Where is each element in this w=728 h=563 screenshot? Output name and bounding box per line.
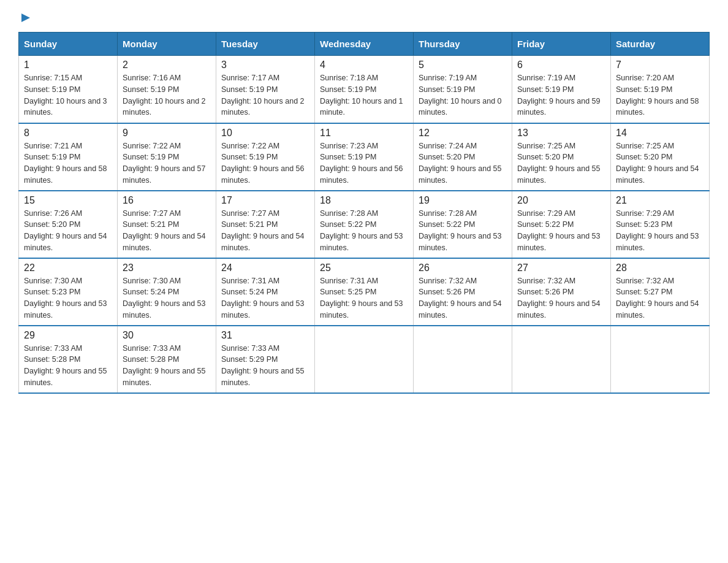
day-info: Sunrise: 7:17 AMSunset: 5:19 PMDaylight:… (221, 72, 309, 118)
day-info: Sunrise: 7:21 AMSunset: 5:19 PMDaylight:… (24, 140, 112, 186)
calendar-day-cell: 6 Sunrise: 7:19 AMSunset: 5:19 PMDayligh… (512, 56, 611, 123)
calendar-day-cell: 21 Sunrise: 7:29 AMSunset: 5:23 PMDaylig… (611, 191, 710, 258)
day-number: 26 (419, 262, 507, 274)
day-number: 9 (123, 128, 211, 139)
day-number: 27 (517, 262, 605, 274)
day-number: 10 (221, 128, 309, 139)
day-info: Sunrise: 7:20 AMSunset: 5:19 PMDaylight:… (616, 72, 704, 118)
calendar-day-cell: 11 Sunrise: 7:23 AMSunset: 5:19 PMDaylig… (315, 123, 414, 191)
calendar-day-cell (414, 326, 512, 393)
day-info: Sunrise: 7:25 AMSunset: 5:20 PMDaylight:… (517, 140, 605, 186)
calendar-day-cell: 27 Sunrise: 7:32 AMSunset: 5:26 PMDaylig… (512, 258, 611, 326)
calendar-day-cell (611, 326, 710, 393)
day-number: 17 (221, 195, 309, 206)
day-number: 28 (616, 262, 704, 274)
day-of-week-header: Monday (118, 33, 216, 56)
calendar-day-cell: 16 Sunrise: 7:27 AMSunset: 5:21 PMDaylig… (118, 191, 216, 258)
day-info: Sunrise: 7:24 AMSunset: 5:20 PMDaylight:… (419, 140, 507, 186)
day-of-week-header: Sunday (19, 33, 118, 56)
calendar-day-cell: 3 Sunrise: 7:17 AMSunset: 5:19 PMDayligh… (216, 56, 315, 123)
calendar-week-row: 22 Sunrise: 7:30 AMSunset: 5:23 PMDaylig… (19, 258, 710, 326)
calendar-day-cell: 22 Sunrise: 7:30 AMSunset: 5:23 PMDaylig… (19, 258, 118, 326)
page-header (18, 12, 710, 21)
day-info: Sunrise: 7:33 AMSunset: 5:28 PMDaylight:… (123, 343, 211, 389)
calendar-day-cell: 9 Sunrise: 7:22 AMSunset: 5:19 PMDayligh… (118, 123, 216, 191)
day-of-week-header: Tuesday (216, 33, 315, 56)
calendar-day-cell: 31 Sunrise: 7:33 AMSunset: 5:29 PMDaylig… (216, 326, 315, 393)
calendar-day-cell: 18 Sunrise: 7:28 AMSunset: 5:22 PMDaylig… (315, 191, 414, 258)
day-number: 8 (24, 128, 112, 139)
calendar-day-cell: 17 Sunrise: 7:27 AMSunset: 5:21 PMDaylig… (216, 191, 315, 258)
day-info: Sunrise: 7:31 AMSunset: 5:25 PMDaylight:… (320, 275, 408, 321)
calendar-day-cell: 23 Sunrise: 7:30 AMSunset: 5:24 PMDaylig… (118, 258, 216, 326)
day-number: 14 (616, 128, 704, 139)
day-of-week-header: Friday (512, 33, 611, 56)
calendar-day-cell: 14 Sunrise: 7:25 AMSunset: 5:20 PMDaylig… (611, 123, 710, 191)
day-info: Sunrise: 7:32 AMSunset: 5:26 PMDaylight:… (517, 275, 605, 321)
calendar-day-cell: 8 Sunrise: 7:21 AMSunset: 5:19 PMDayligh… (19, 123, 118, 191)
day-number: 11 (320, 128, 408, 139)
logo (18, 12, 31, 21)
calendar-day-cell: 13 Sunrise: 7:25 AMSunset: 5:20 PMDaylig… (512, 123, 611, 191)
calendar-day-cell: 24 Sunrise: 7:31 AMSunset: 5:24 PMDaylig… (216, 258, 315, 326)
day-info: Sunrise: 7:27 AMSunset: 5:21 PMDaylight:… (123, 208, 211, 254)
calendar-day-cell: 10 Sunrise: 7:22 AMSunset: 5:19 PMDaylig… (216, 123, 315, 191)
day-info: Sunrise: 7:33 AMSunset: 5:28 PMDaylight:… (24, 343, 112, 389)
calendar-day-cell (315, 326, 414, 393)
calendar-week-row: 8 Sunrise: 7:21 AMSunset: 5:19 PMDayligh… (19, 123, 710, 191)
calendar-day-cell: 25 Sunrise: 7:31 AMSunset: 5:25 PMDaylig… (315, 258, 414, 326)
day-number: 23 (123, 262, 211, 274)
day-number: 2 (123, 59, 211, 71)
day-number: 30 (123, 330, 211, 341)
calendar-day-cell: 29 Sunrise: 7:33 AMSunset: 5:28 PMDaylig… (19, 326, 118, 393)
day-info: Sunrise: 7:18 AMSunset: 5:19 PMDaylight:… (320, 72, 408, 118)
day-number: 29 (24, 330, 112, 341)
day-of-week-header: Wednesday (315, 33, 414, 56)
day-number: 21 (616, 195, 704, 206)
day-info: Sunrise: 7:28 AMSunset: 5:22 PMDaylight:… (419, 208, 507, 254)
day-number: 3 (221, 59, 309, 71)
day-info: Sunrise: 7:16 AMSunset: 5:19 PMDaylight:… (123, 72, 211, 118)
day-number: 25 (320, 262, 408, 274)
day-of-week-header: Thursday (414, 33, 512, 56)
calendar-day-cell: 15 Sunrise: 7:26 AMSunset: 5:20 PMDaylig… (19, 191, 118, 258)
day-info: Sunrise: 7:32 AMSunset: 5:26 PMDaylight:… (419, 275, 507, 321)
calendar-day-cell: 28 Sunrise: 7:32 AMSunset: 5:27 PMDaylig… (611, 258, 710, 326)
day-info: Sunrise: 7:29 AMSunset: 5:22 PMDaylight:… (517, 208, 605, 254)
day-number: 7 (616, 59, 704, 71)
calendar-day-cell: 30 Sunrise: 7:33 AMSunset: 5:28 PMDaylig… (118, 326, 216, 393)
day-info: Sunrise: 7:26 AMSunset: 5:20 PMDaylight:… (24, 208, 112, 254)
day-info: Sunrise: 7:23 AMSunset: 5:19 PMDaylight:… (320, 140, 408, 186)
calendar-day-cell (512, 326, 611, 393)
day-of-week-header: Saturday (611, 33, 710, 56)
day-info: Sunrise: 7:31 AMSunset: 5:24 PMDaylight:… (221, 275, 309, 321)
calendar-day-cell: 7 Sunrise: 7:20 AMSunset: 5:19 PMDayligh… (611, 56, 710, 123)
calendar-day-cell: 26 Sunrise: 7:32 AMSunset: 5:26 PMDaylig… (414, 258, 512, 326)
svg-marker-0 (21, 13, 30, 22)
day-number: 24 (221, 262, 309, 274)
day-info: Sunrise: 7:22 AMSunset: 5:19 PMDaylight:… (123, 140, 211, 186)
day-info: Sunrise: 7:19 AMSunset: 5:19 PMDaylight:… (517, 72, 605, 118)
day-number: 13 (517, 128, 605, 139)
day-info: Sunrise: 7:30 AMSunset: 5:24 PMDaylight:… (123, 275, 211, 321)
day-info: Sunrise: 7:33 AMSunset: 5:29 PMDaylight:… (221, 343, 309, 389)
day-info: Sunrise: 7:29 AMSunset: 5:23 PMDaylight:… (616, 208, 704, 254)
day-number: 5 (419, 59, 507, 71)
day-number: 20 (517, 195, 605, 206)
day-info: Sunrise: 7:22 AMSunset: 5:19 PMDaylight:… (221, 140, 309, 186)
day-info: Sunrise: 7:28 AMSunset: 5:22 PMDaylight:… (320, 208, 408, 254)
day-info: Sunrise: 7:19 AMSunset: 5:19 PMDaylight:… (419, 72, 507, 118)
day-info: Sunrise: 7:32 AMSunset: 5:27 PMDaylight:… (616, 275, 704, 321)
logo-flag-icon (20, 12, 31, 23)
day-number: 6 (517, 59, 605, 71)
calendar-day-cell: 4 Sunrise: 7:18 AMSunset: 5:19 PMDayligh… (315, 56, 414, 123)
day-info: Sunrise: 7:25 AMSunset: 5:20 PMDaylight:… (616, 140, 704, 186)
day-info: Sunrise: 7:27 AMSunset: 5:21 PMDaylight:… (221, 208, 309, 254)
calendar-day-cell: 20 Sunrise: 7:29 AMSunset: 5:22 PMDaylig… (512, 191, 611, 258)
calendar-body: 1 Sunrise: 7:15 AMSunset: 5:19 PMDayligh… (19, 56, 710, 393)
calendar-table: SundayMondayTuesdayWednesdayThursdayFrid… (18, 32, 710, 394)
calendar-day-cell: 1 Sunrise: 7:15 AMSunset: 5:19 PMDayligh… (19, 56, 118, 123)
day-number: 1 (24, 59, 112, 71)
calendar-week-row: 29 Sunrise: 7:33 AMSunset: 5:28 PMDaylig… (19, 326, 710, 393)
calendar-day-cell: 12 Sunrise: 7:24 AMSunset: 5:20 PMDaylig… (414, 123, 512, 191)
